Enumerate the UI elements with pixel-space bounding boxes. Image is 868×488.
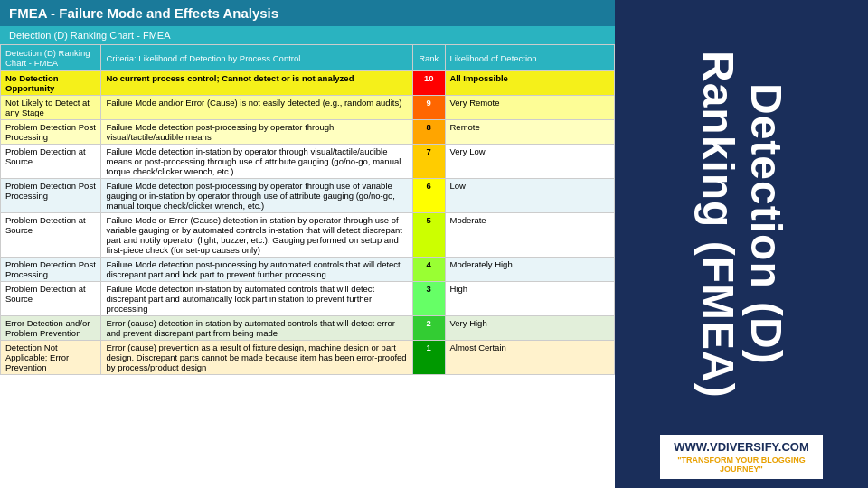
cell-rank: 1 bbox=[413, 341, 445, 375]
cell-category: Problem Detection Post Processing bbox=[1, 120, 101, 145]
cell-criteria: Failure Mode detection in-station by ope… bbox=[101, 145, 413, 179]
right-panel: Detection (D) Ranking (FMEA) WWW.VDIVERS… bbox=[615, 0, 868, 488]
table-header-row: Detection (D) Ranking Chart - FMEA Crite… bbox=[1, 45, 615, 71]
cell-rank: 6 bbox=[413, 179, 445, 213]
rotated-title-text: Detection (D) Ranking (FMEA) bbox=[693, 14, 789, 435]
header-category: Detection (D) Ranking Chart - FMEA bbox=[1, 45, 101, 71]
table-row: Not Likely to Detect at any StageFailure… bbox=[1, 96, 615, 120]
cell-category: Error Detection and/or Problem Preventio… bbox=[1, 316, 101, 341]
cell-likelihood: Moderate bbox=[445, 213, 615, 258]
cell-likelihood: Almost Certain bbox=[445, 341, 615, 375]
header-rank: Rank bbox=[413, 45, 445, 71]
brand-tagline: "TRANSFORM YOUR BLOGGING JOURNEY" bbox=[669, 455, 814, 474]
cell-likelihood: Remote bbox=[445, 120, 615, 145]
cell-criteria: Error (cause) detection in-station by au… bbox=[101, 316, 413, 341]
cell-category: Not Likely to Detect at any Stage bbox=[1, 96, 101, 120]
table-body: No Detection OpportunityNo current proce… bbox=[1, 71, 615, 375]
cell-rank: 8 bbox=[413, 120, 445, 145]
cell-criteria: Failure Mode detection post-processing b… bbox=[101, 120, 413, 145]
cell-likelihood: High bbox=[445, 282, 615, 316]
cell-category: Problem Detection at Source bbox=[1, 282, 101, 316]
table-row: Problem Detection at SourceFailure Mode … bbox=[1, 145, 615, 179]
cell-likelihood: All Impossible bbox=[445, 71, 615, 96]
table-row: Problem Detection at SourceFailure Mode … bbox=[1, 282, 615, 316]
header-likelihood: Likelihood of Detection bbox=[445, 45, 615, 71]
rotated-title: Detection (D) Ranking (FMEA) bbox=[693, 14, 789, 435]
cell-criteria: Failure Mode detection post-processing b… bbox=[101, 179, 413, 213]
cell-rank: 10 bbox=[413, 71, 445, 96]
table-row: Problem Detection Post ProcessingFailure… bbox=[1, 120, 615, 145]
cell-category: No Detection Opportunity bbox=[1, 71, 101, 96]
cell-likelihood: Very Remote bbox=[445, 96, 615, 120]
cell-likelihood: Moderately High bbox=[445, 258, 615, 282]
cell-category: Problem Detection at Source bbox=[1, 213, 101, 258]
cell-criteria: No current process control; Cannot detec… bbox=[101, 71, 413, 96]
cell-category: Detection Not Applicable; Error Preventi… bbox=[1, 341, 101, 375]
cell-criteria: Failure Mode detection post-processing b… bbox=[101, 258, 413, 282]
fmea-table: Detection (D) Ranking Chart - FMEA Crite… bbox=[0, 44, 615, 375]
subtitle-bar: Detection (D) Ranking Chart - FMEA bbox=[0, 26, 615, 44]
brand-box: WWW.VDIVERSIFY.COM "TRANSFORM YOUR BLOGG… bbox=[660, 435, 823, 479]
page-title: FMEA - Failure Mode and Effects Analysis bbox=[0, 0, 615, 26]
cell-category: Problem Detection at Source bbox=[1, 145, 101, 179]
left-panel: FMEA - Failure Mode and Effects Analysis… bbox=[0, 0, 615, 488]
cell-rank: 7 bbox=[413, 145, 445, 179]
table-row: Problem Detection Post ProcessingFailure… bbox=[1, 179, 615, 213]
cell-rank: 4 bbox=[413, 258, 445, 282]
cell-category: Problem Detection Post Processing bbox=[1, 258, 101, 282]
table-row: No Detection OpportunityNo current proce… bbox=[1, 71, 615, 96]
cell-criteria: Error (cause) prevention as a result of … bbox=[101, 341, 413, 375]
table-container: Detection (D) Ranking Chart - FMEA Crite… bbox=[0, 44, 615, 488]
cell-likelihood: Low bbox=[445, 179, 615, 213]
table-row: Detection Not Applicable; Error Preventi… bbox=[1, 341, 615, 375]
table-row: Problem Detection at SourceFailure Mode … bbox=[1, 213, 615, 258]
cell-likelihood: Very High bbox=[445, 316, 615, 341]
cell-rank: 2 bbox=[413, 316, 445, 341]
cell-rank: 9 bbox=[413, 96, 445, 120]
cell-criteria: Failure Mode or Error (Cause) detection … bbox=[101, 213, 413, 258]
cell-rank: 5 bbox=[413, 213, 445, 258]
cell-rank: 3 bbox=[413, 282, 445, 316]
cell-likelihood: Very Low bbox=[445, 145, 615, 179]
table-row: Error Detection and/or Problem Preventio… bbox=[1, 316, 615, 341]
cell-category: Problem Detection Post Processing bbox=[1, 179, 101, 213]
header-criteria: Criteria: Likelihood of Detection by Pro… bbox=[101, 45, 413, 71]
cell-criteria: Failure Mode detection in-station by aut… bbox=[101, 282, 413, 316]
table-row: Problem Detection Post ProcessingFailure… bbox=[1, 258, 615, 282]
brand-url: WWW.VDIVERSIFY.COM bbox=[669, 440, 814, 454]
cell-criteria: Failure Mode and/or Error (Cause) is not… bbox=[101, 96, 413, 120]
